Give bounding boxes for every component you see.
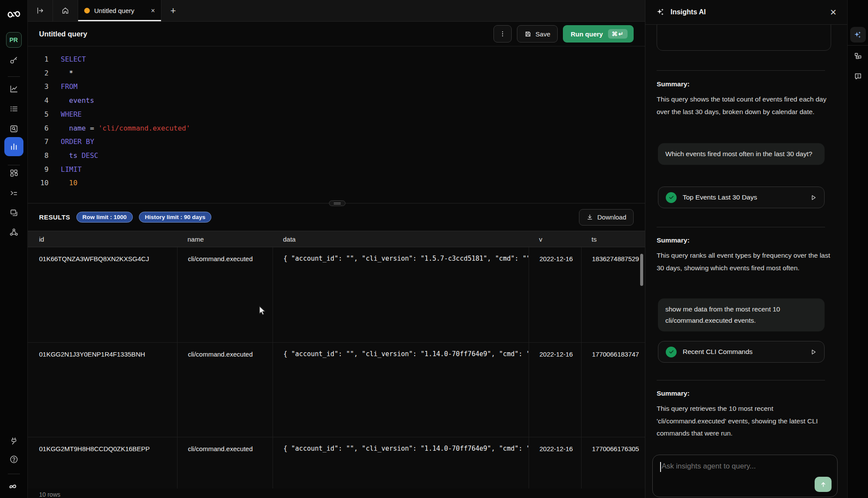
code-line: 1010 — [28, 176, 645, 190]
search-query-icon[interactable] — [9, 124, 19, 134]
input-placeholder: Ask insights agent to query... — [662, 462, 756, 471]
key-icon[interactable] — [9, 56, 19, 65]
collapse-sidebar-icon[interactable] — [28, 0, 53, 21]
column-header-data[interactable]: data — [273, 236, 529, 243]
send-button[interactable] — [815, 477, 832, 492]
workspace-badge[interactable]: PR — [6, 32, 22, 48]
results-toolbar: RESULTS Row limit : 1000 History limit :… — [28, 203, 645, 231]
webhook-icon[interactable] — [9, 227, 19, 237]
cell-v: 2022-12-16 — [529, 343, 581, 437]
table-row[interactable]: 01KGG2N1J3Y0ENP1R4F1335BNH cli/command.e… — [28, 343, 645, 437]
query-header: Untitled query Save Run query ⌘↵ — [28, 22, 645, 46]
cell-name: cli/command.executed — [177, 247, 273, 342]
summary-heading: Summary: — [657, 390, 690, 397]
check-circle-icon — [666, 192, 677, 203]
cell-id: 01K66TQNZA3WFBQ8XN2KXSG4CJ — [28, 247, 177, 342]
insights-header: Insights AI ✕ — [645, 0, 847, 25]
code-line: 8ts DESC — [28, 149, 645, 163]
insights-title: Insights AI — [671, 8, 706, 16]
run-card-play-icon[interactable] — [810, 349, 817, 355]
column-header-id[interactable]: id — [28, 236, 177, 243]
tab-close-icon[interactable]: × — [151, 7, 155, 14]
close-panel-icon[interactable]: ✕ — [830, 8, 837, 16]
metrics-chart-icon[interactable] — [9, 84, 19, 94]
column-header-v[interactable]: v — [529, 236, 581, 243]
tab-label: Untitled query — [94, 7, 135, 14]
results-label: RESULTS — [39, 213, 70, 221]
summary-text: This query shows the total count of even… — [657, 93, 830, 118]
query-card-label: Top Events Last 30 Days — [683, 193, 757, 201]
sidebar-divider — [8, 474, 20, 474]
cell-ts: 1836274887529 — [581, 247, 645, 342]
cell-data-json: { "account_id": "", "cli_version": "1.14… — [273, 343, 529, 437]
mouse-cursor — [258, 305, 267, 318]
suggested-query-card-top-events[interactable]: Top Events Last 30 Days — [658, 187, 825, 208]
main-panel: Untitled query × + Untitled query Save R… — [28, 0, 645, 498]
check-circle-icon — [666, 347, 677, 357]
cell-ts: 1770066183747 — [581, 343, 645, 437]
insights-scroll-area[interactable]: Summary: This query shows the total coun… — [645, 25, 847, 498]
cell-name: cli/command.executed — [177, 437, 273, 488]
code-line: 3FROM — [28, 80, 645, 94]
scrolled-card-partial — [657, 25, 831, 51]
download-label: Download — [597, 213, 626, 221]
event-logs-icon[interactable] — [9, 104, 19, 114]
feedback-icon[interactable] — [850, 69, 866, 84]
home-icon[interactable] — [53, 0, 78, 21]
sql-editor[interactable]: 1SELECT 2* 3FROM 4events 5WHERE 6name = … — [28, 46, 645, 203]
tab-bar: Untitled query × + — [28, 0, 645, 22]
insights-ai-panel: Insights AI ✕ Summary: This query shows … — [645, 0, 847, 498]
tab-untitled-query[interactable]: Untitled query × — [78, 0, 161, 21]
sidebar-divider — [8, 76, 20, 77]
download-icon — [586, 214, 593, 221]
functions-terminal-icon[interactable] — [9, 188, 19, 198]
code-line: 4events — [28, 94, 645, 108]
row-limit-badge[interactable]: Row limit : 1000 — [76, 212, 133, 223]
insights-ai-sparkles-icon[interactable] — [850, 27, 866, 43]
user-question-bubble: Which events fired most often in the las… — [658, 143, 825, 165]
suggested-query-card-recent-cli[interactable]: Recent CLI Commands — [658, 341, 825, 363]
resize-handle[interactable] — [329, 200, 345, 206]
more-options-button[interactable] — [493, 25, 512, 43]
cell-ts: 1770066176305 — [581, 437, 645, 488]
table-row[interactable]: 01KGG2MT9H8H8CCDQ0ZK16BEPP cli/command.e… — [28, 437, 645, 488]
row-count: 10 rows — [28, 488, 645, 498]
insights-bar-chart-icon[interactable] — [4, 137, 23, 156]
column-header-ts[interactable]: ts — [581, 236, 645, 243]
column-header-name[interactable]: name — [177, 236, 273, 243]
code-line: 2* — [28, 66, 645, 80]
cell-data-json: { "account_id": "", "cli_version": "1.5.… — [273, 247, 529, 342]
query-title: Untitled query — [39, 30, 87, 38]
sparkles-icon — [656, 7, 665, 17]
history-limit-badge[interactable]: History limit : 90 days — [139, 212, 212, 223]
chat-threads-icon[interactable] — [9, 208, 19, 218]
summary-text: This query ranks all event types by freq… — [657, 249, 830, 274]
user-question-bubble: show me data from the most recent 10 cli… — [658, 298, 825, 331]
run-shortcut-badge: ⌘↵ — [608, 29, 628, 39]
section-divider — [657, 227, 825, 227]
save-button[interactable]: Save — [517, 25, 558, 43]
sidebar-divider — [8, 165, 20, 165]
run-card-play-icon[interactable] — [810, 194, 817, 201]
help-icon[interactable] — [9, 455, 19, 464]
code-line: 9LIMIT — [28, 163, 645, 177]
integrations-plug-icon[interactable] — [9, 436, 19, 446]
app-logo-icon[interactable] — [7, 9, 21, 20]
footer-logo-icon — [7, 482, 20, 491]
apps-grid-icon[interactable] — [9, 168, 19, 178]
table-scrollbar-thumb[interactable] — [640, 254, 643, 286]
summary-text: This query retrieves the 10 most recent … — [657, 403, 830, 440]
table-row[interactable]: 01K66TQNZA3WFBQ8XN2KXSG4CJ cli/command.e… — [28, 247, 645, 343]
app-window: PR — [0, 0, 868, 498]
send-arrow-icon — [820, 481, 827, 488]
new-tab-button[interactable]: + — [161, 0, 185, 21]
rail-divider — [848, 45, 868, 46]
code-line: 7ORDER BY — [28, 135, 645, 149]
schema-tree-icon[interactable] — [850, 49, 866, 64]
save-label: Save — [536, 30, 550, 38]
ask-agent-input[interactable]: Ask insights agent to query... — [652, 455, 838, 497]
table-header: id name data v ts — [28, 231, 645, 247]
download-button[interactable]: Download — [579, 209, 634, 226]
run-query-button[interactable]: Run query ⌘↵ — [563, 25, 634, 43]
cell-name: cli/command.executed — [177, 343, 273, 437]
